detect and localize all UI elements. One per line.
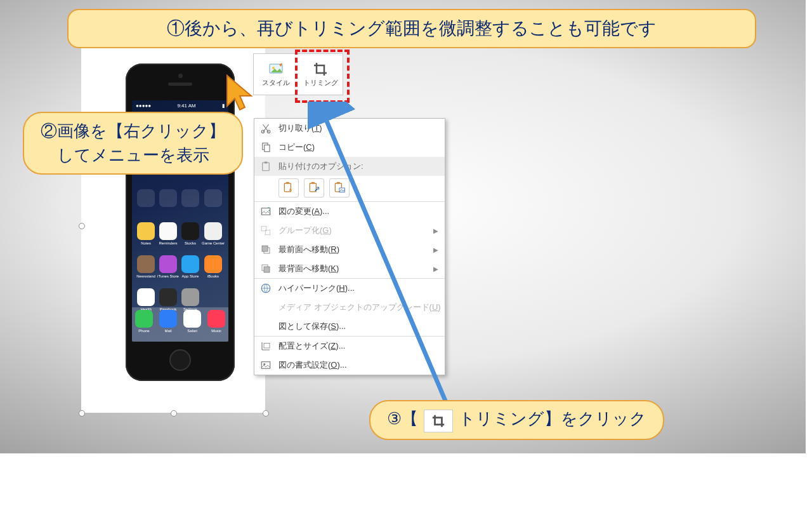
svg-rect-25 (261, 362, 270, 369)
svg-rect-16 (261, 208, 270, 215)
status-signal: ●●●●● (136, 103, 151, 109)
app-tile: Newsstand (136, 255, 156, 283)
paste-option-2[interactable] (304, 178, 324, 197)
crop-icon-inline (424, 410, 453, 432)
status-battery: ▮ (222, 103, 225, 109)
callout-3: ③【 トリミング】をクリック (369, 400, 664, 440)
picture-style-icon (267, 62, 285, 77)
handle-se[interactable] (263, 410, 269, 417)
trim-label: トリミング (303, 78, 338, 88)
app-tile (180, 189, 200, 217)
phone-mockup: ●●●●● 9:41 AM ▮ NotesRemindersStocksGame… (126, 64, 235, 381)
app-tile (136, 189, 156, 217)
cut-icon (259, 122, 272, 135)
callout-2-line1: ②画像を【右クリック】 (41, 119, 225, 144)
format-picture-icon (259, 359, 272, 371)
app-tile: Stocks (180, 222, 200, 250)
mini-toolbar: スタイル トリミング (253, 53, 343, 95)
svg-rect-12 (311, 182, 315, 184)
app-tile: Phone (135, 310, 153, 333)
app-tile: App Store (180, 255, 200, 283)
app-tile: Music (207, 310, 225, 333)
app-tile (202, 189, 225, 217)
menu-send-back[interactable]: 最背面へ移動(K) ▶ (254, 259, 445, 278)
menu-paste-header: 貼り付けのオプション: (254, 157, 445, 176)
svg-rect-5 (265, 145, 270, 152)
menu-size-position[interactable]: 配置とサイズ(Z)... (254, 337, 445, 356)
svg-rect-24 (264, 344, 270, 349)
handle-s[interactable] (171, 410, 177, 417)
menu-media-upgrade: メディア オブジェクトのアップグレード(U) (254, 298, 445, 317)
paste-options: a (254, 176, 445, 201)
handle-sw[interactable] (79, 410, 85, 417)
svg-point-1 (272, 67, 275, 69)
menu-save-as-picture[interactable]: 図として保存(S)... (254, 317, 445, 336)
status-time: 9:41 AM (177, 103, 195, 109)
crop-icon (311, 62, 329, 77)
app-tile (157, 189, 179, 217)
svg-rect-14 (337, 182, 340, 184)
app-tile: iTunes Store (157, 255, 179, 283)
handle-w[interactable] (79, 223, 85, 229)
paste-icon (259, 160, 272, 173)
callout-2: ②画像を【右クリック】 してメニューを表示 (23, 112, 243, 175)
callout-2-line2: してメニューを表示 (41, 144, 225, 168)
menu-cut[interactable]: 切り取り(T) (254, 119, 445, 138)
app-tile: Mail (159, 310, 177, 333)
send-back-icon (259, 262, 272, 275)
callout-3-pre: ③【 (387, 409, 418, 428)
svg-rect-20 (262, 246, 268, 251)
bring-front-icon (259, 243, 272, 256)
app-tile: Notes (136, 222, 156, 250)
style-button[interactable]: スタイル (254, 54, 298, 95)
change-picture-icon (259, 205, 272, 218)
svg-rect-7 (265, 162, 268, 164)
svg-point-26 (263, 363, 265, 365)
copy-icon (259, 141, 272, 154)
menu-change-picture[interactable]: 図の変更(A)... (254, 202, 445, 221)
app-tile: iBooks (202, 255, 225, 283)
group-icon (259, 224, 272, 237)
svg-text:a: a (289, 187, 292, 192)
svg-rect-6 (263, 163, 270, 171)
size-icon (259, 340, 272, 352)
callout-1: ①後から、再びトリミング範囲を微調整することも可能です (67, 9, 756, 48)
svg-rect-9 (286, 182, 289, 184)
callout-3-label: トリミング】をクリック (459, 409, 646, 428)
menu-group: グループ化(G) ▶ (254, 221, 445, 240)
style-label: スタイル (262, 78, 290, 88)
app-tile: Game Center (202, 222, 225, 250)
menu-format-picture[interactable]: 図の書式設定(O)... (254, 356, 445, 375)
context-menu: 切り取り(T) コピー(C) 貼り付けのオプション: a 図の変更(A)... … (254, 118, 445, 375)
menu-bring-front[interactable]: 最前面へ移動(R) ▶ (254, 240, 445, 259)
app-tile: Reminders (157, 222, 179, 250)
hyperlink-icon (259, 282, 272, 295)
paste-option-3[interactable] (329, 178, 350, 197)
menu-copy[interactable]: コピー(C) (254, 138, 445, 157)
trim-button[interactable]: トリミング (298, 54, 343, 95)
paste-option-1[interactable]: a (278, 178, 299, 197)
menu-hyperlink[interactable]: ハイパーリンク(H)... (254, 279, 445, 298)
app-tile: Safari (183, 310, 201, 333)
svg-rect-22 (264, 267, 270, 272)
